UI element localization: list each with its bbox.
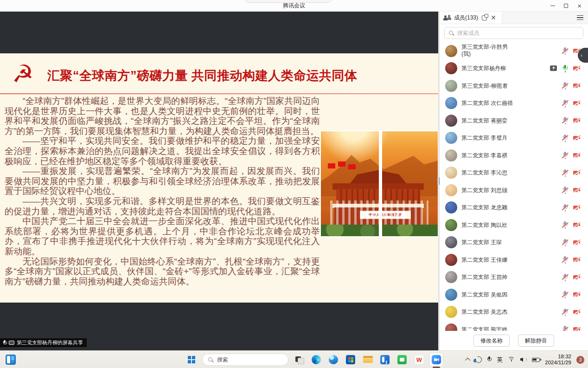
member-row[interactable]: 第二党支部 王佳娜 (440, 251, 588, 269)
window-controls: × (546, 0, 586, 12)
mic-muted-icon[interactable] (562, 187, 568, 194)
member-search-input[interactable] (457, 30, 579, 36)
camera-off-icon[interactable] (573, 222, 581, 228)
mic-muted-icon[interactable] (562, 135, 568, 142)
unmute-button[interactable]: 解除静音 (518, 335, 554, 347)
member-search-box[interactable] (444, 27, 583, 39)
mic-muted-icon[interactable] (562, 274, 568, 281)
rename-button[interactable]: 修改名称 (473, 335, 510, 347)
member-avatar (445, 271, 457, 283)
member-row[interactable]: 第二党支部 龙忠颖 (440, 199, 588, 217)
mic-muted-icon[interactable] (562, 309, 568, 316)
mic-muted-icon[interactable] (562, 204, 568, 211)
camera-off-icon[interactable] (573, 100, 581, 106)
maximize-button[interactable] (559, 0, 573, 12)
mic-muted-icon[interactable] (562, 152, 568, 159)
mic-muted-icon[interactable] (562, 117, 568, 124)
member-avatar (445, 236, 457, 248)
ime-indicator[interactable]: 英 (497, 356, 503, 364)
member-row[interactable]: 第二党支部 陶以欣 (440, 216, 588, 234)
tab-members[interactable]: 成员(133) ✕ (440, 12, 502, 24)
camera-off-icon[interactable] (573, 257, 581, 263)
member-row[interactable]: 第二党支部 李璧月 (440, 129, 588, 147)
mic-muted-icon[interactable] (562, 256, 568, 263)
mic-muted-icon[interactable] (562, 326, 568, 331)
wps-office-icon[interactable]: W (413, 353, 426, 366)
minimize-icon (550, 6, 555, 6)
member-avatar (445, 45, 457, 57)
camera-off-icon[interactable] (573, 327, 581, 331)
volume-icon[interactable] (520, 357, 527, 362)
screen-share-badge[interactable]: 第三党支部杨丹柳的屏幕共享 (0, 338, 87, 347)
camera-off-icon[interactable] (573, 118, 581, 123)
member-row[interactable]: 第二党支部 李沁思 (440, 164, 588, 182)
window-titlebar: 腾讯会议 × (0, 0, 588, 12)
mic-muted-icon[interactable] (562, 291, 568, 298)
microsoft-store-icon[interactable] (344, 353, 357, 366)
member-row[interactable]: 第二党支部 吴志杰 (440, 303, 588, 321)
chevron-left-icon: ‹ (581, 52, 582, 58)
member-row[interactable]: 第三党支部-柳雨君 (440, 77, 588, 95)
start-button[interactable] (185, 353, 198, 366)
tray-sync-icon[interactable] (475, 356, 482, 363)
tray-microphone-icon[interactable] (487, 356, 492, 363)
notification-badge[interactable]: 3 (576, 356, 584, 364)
meeting-main-area: ☭ 汇聚“全球南方”磅礴力量 共同推动构建人类命运共同体 “全球南方”群体性崛起… (0, 12, 588, 350)
blue-browser-icon[interactable] (327, 353, 340, 366)
window-title: 腾讯会议 (0, 2, 588, 10)
close-button[interactable]: × (573, 0, 586, 12)
battery-icon[interactable] (532, 358, 540, 362)
camera-off-icon[interactable] (573, 153, 581, 158)
camera-off-icon[interactable] (573, 239, 581, 245)
mic-muted-icon[interactable] (562, 100, 568, 107)
member-row[interactable]: 第二党支部 王琛 (440, 234, 588, 252)
member-name: 第二党支部 王琛 (461, 239, 502, 245)
member-row[interactable]: 第二党支部 熊宇婷 (440, 321, 588, 331)
mic-muted-icon[interactable] (562, 47, 568, 54)
camera-off-icon[interactable] (573, 274, 581, 280)
member-avatar (445, 254, 457, 266)
mic-muted-icon[interactable] (562, 82, 568, 89)
member-name: 第二党支部 蒋丽娈 (461, 117, 507, 124)
green-chat-app-icon[interactable] (396, 353, 409, 366)
popout-panel-icon[interactable] (482, 15, 487, 20)
mic-muted-icon[interactable] (562, 169, 568, 176)
tencent-meeting-icon[interactable] (430, 353, 443, 366)
task-view-icon[interactable] (293, 353, 306, 366)
member-row[interactable]: 第二党支部 蒋丽娈 (440, 112, 588, 129)
member-row[interactable]: 第二党支部 李嘉祺 (440, 147, 588, 164)
camera-off-icon[interactable] (573, 205, 581, 210)
member-row[interactable]: 第二党支部 王苗帅 (440, 269, 588, 286)
panel-footer: 修改名称 解除静音 (440, 331, 588, 350)
file-explorer-icon[interactable] (361, 353, 374, 366)
mic-on-icon[interactable] (562, 65, 568, 72)
camera-off-icon[interactable] (573, 309, 581, 315)
mic-muted-icon[interactable] (562, 221, 568, 228)
member-row[interactable]: 第二党支部 次仁曲措 (440, 95, 588, 112)
document-paragraph: 中国共产党二十届三中全会就进一步全面深化改革、推进中国式现代化作出系统部署，必将… (5, 216, 320, 256)
wifi-icon[interactable] (508, 357, 515, 362)
tray-chevron-up-icon[interactable] (467, 358, 470, 362)
copilot-app-icon[interactable] (378, 353, 391, 366)
taskbar-search-box[interactable]: 搜索 (202, 354, 288, 366)
camera-off-icon[interactable] (573, 65, 581, 71)
member-row[interactable]: 第三党支部-许胜男(我) (440, 42, 588, 60)
camera-off-icon[interactable] (573, 292, 581, 297)
tray-clock[interactable]: 18:32 2024/11/29 (545, 354, 571, 366)
document-paragraph: “全球南方”群体性崛起，是世界大变局的鲜明标志。“全球南方”国家共同迈向现代化是… (5, 96, 320, 136)
camera-off-icon[interactable] (573, 135, 581, 141)
camera-off-icon[interactable] (573, 187, 581, 193)
member-row[interactable]: 第二党支部 刘思颀 (440, 181, 588, 199)
minimize-button[interactable] (546, 0, 559, 12)
edge-browser-icon[interactable] (310, 353, 323, 366)
mic-muted-icon[interactable] (562, 239, 568, 246)
close-panel-icon[interactable]: ✕ (491, 14, 496, 21)
camera-off-icon[interactable] (573, 170, 581, 175)
member-row[interactable]: 第三党支部杨丹柳 (440, 60, 588, 77)
panel-menu-button[interactable] (577, 12, 583, 24)
maximize-icon (564, 4, 568, 8)
screen-share-stage: ☭ 汇聚“全球南方”磅礴力量 共同推动构建人类命运共同体 “全球南方”群体性崛起… (0, 12, 440, 350)
camera-off-icon[interactable] (573, 83, 581, 89)
member-row[interactable]: 第二党支部 吴懿因 (440, 286, 588, 303)
badge-mic-icon (3, 340, 6, 345)
